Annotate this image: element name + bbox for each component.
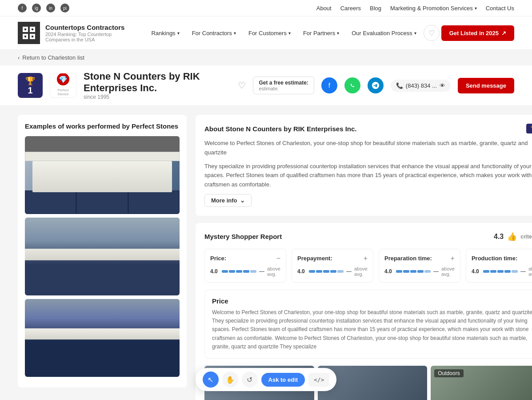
more-info-button[interactable]: More info ⌄ (204, 194, 252, 207)
about-text-1: Welcome to Perfect Stones of Charleston,… (204, 139, 532, 158)
code-button[interactable]: </> (308, 373, 329, 387)
top-nav-blog[interactable]: Blog (370, 5, 381, 12)
production-bar (483, 270, 518, 273)
wishlist-button[interactable]: ♡ (424, 25, 440, 41)
main-content: Examples of works performed by Perfect S… (0, 106, 532, 400)
business-since: since 1995 (84, 94, 231, 100)
ask-to-edit-button[interactable]: Ask to edit (261, 373, 305, 387)
business-header: 🏆 1 💎 Perfect Stones Stone N Counters by… (0, 65, 532, 106)
top-nav-contact[interactable]: Contact Us (486, 5, 514, 12)
preparation-score-label: above avg. (441, 266, 455, 277)
phone-number: (843) 834 ... (406, 82, 437, 89)
preparation-score-bar: 4.0 — above avg. (384, 266, 455, 277)
production-score-label: above avg. (528, 266, 532, 277)
logo-area: Countertops Contractors 2024 Ranking: To… (18, 22, 125, 44)
score-card-prepayment: Prepayment: + 4.0 — above avg (292, 249, 373, 283)
work-image-1 (25, 136, 180, 214)
score-card-price-header: Price: − (210, 255, 280, 263)
left-panel: Examples of works performed by Perfect S… (18, 115, 187, 400)
price-card-icon[interactable]: − (276, 255, 280, 263)
about-header: About Stone N Counters by RIK Enterprise… (204, 124, 532, 133)
outdoors-label: Outdoors (434, 369, 463, 377)
breadcrumb: ‹ Return to Charleston list (0, 50, 532, 65)
nav-rankings[interactable]: Rankings (146, 26, 184, 40)
logo-icon (22, 26, 36, 40)
chevron-down-icon: ⌄ (240, 197, 245, 204)
prepayment-card-icon[interactable]: + (364, 255, 368, 263)
preparation-card-header: Preparation time: + (384, 255, 455, 263)
prepayment-score-bar: 4.0 — above avg. (297, 266, 368, 277)
facebook-social-icon[interactable]: f (18, 4, 27, 12)
production-card-header: Production time: + (472, 255, 532, 263)
top-nav-marketing[interactable]: Marketing & Promotion Services (390, 5, 477, 12)
nav-evaluation[interactable]: Our Evaluation Process (346, 26, 422, 40)
whatsapp-button[interactable] (344, 77, 360, 93)
send-message-button[interactable]: Send message (458, 78, 514, 93)
breadcrumb-label[interactable]: Return to Charleston list (22, 54, 84, 61)
instagram-social-icon[interactable]: ig (32, 4, 41, 12)
mystery-header: Mystery Shopper Report 4.3 👍 criteria: 1… (204, 232, 532, 242)
toolbar: ↖ ✋ ↺ Ask to edit </> (196, 368, 337, 391)
production-score-num: 4.0 (472, 268, 480, 275)
back-arrow-icon: ‹ (18, 54, 20, 61)
production-card-title: Production time: (472, 255, 517, 262)
cursor-tool-button[interactable]: ↖ (203, 372, 219, 388)
svg-rect-7 (32, 36, 33, 37)
score-card-production: Production time: + 4.0 — abov (466, 249, 532, 283)
top-nav-about[interactable]: About (316, 5, 332, 12)
bar-s2 (229, 270, 235, 273)
preparation-bar (396, 270, 431, 273)
rank-number: 1 (28, 86, 32, 95)
nav-customers[interactable]: For Customers (243, 26, 296, 40)
top-bar: f ig in pi About Careers Blog Marketing … (0, 0, 532, 16)
nav-contractors[interactable]: For Contractors (187, 26, 241, 40)
facebook-button[interactable]: f (321, 77, 337, 93)
rotate-tool-button[interactable]: ↺ (242, 372, 258, 388)
work-image-2 (25, 218, 180, 295)
about-rank-badge: 🏆 1 (526, 124, 532, 133)
works-title: Examples of works performed by Perfect S… (25, 122, 180, 131)
pinterest-social-icon[interactable]: pi (60, 4, 69, 12)
business-logo: 💎 Perfect Stones (50, 73, 76, 98)
logo-tagline: 2024 Ranking: Top Countertop Companies i… (45, 32, 125, 42)
about-section: About Stone N Counters by RIK Enterprise… (196, 115, 532, 216)
works-section: Examples of works performed by Perfect S… (18, 115, 187, 388)
criteria-label: criteria: 11 (520, 234, 532, 240)
logo-text: Countertops Contractors 2024 Ranking: To… (45, 24, 125, 42)
phone-icon: 📞 (396, 82, 403, 89)
prepayment-bar (309, 270, 344, 273)
get-listed-button[interactable]: Get Listed in 2025 ↗ (441, 25, 514, 41)
trophy-icon: 🏆 (25, 76, 35, 86)
favorite-button[interactable]: ♡ (238, 80, 246, 91)
preparation-card-title: Preparation time: (384, 255, 432, 262)
bar-s4 (243, 270, 249, 273)
price-score-label: above avg. (267, 266, 280, 277)
prepayment-score-num: 4.0 (297, 268, 306, 275)
price-expanded-text: Welcome to Perfect Stones of Charleston,… (212, 308, 532, 351)
business-name: Stone N Counters by RIK Enterprises Inc. (84, 71, 231, 94)
svg-rect-4 (24, 28, 26, 30)
eye-icon[interactable]: 👁 (440, 82, 445, 89)
estimate-box[interactable]: Get a free estimate: estimate: (253, 77, 314, 94)
bottom-image-outdoors: Outdoors (431, 366, 532, 400)
linkedin-social-icon[interactable]: in (46, 4, 55, 12)
center-panel: About Stone N Counters by RIK Enterprise… (187, 115, 532, 400)
preparation-card-icon[interactable]: + (451, 255, 455, 263)
production-score-bar: 4.0 — above avg. (472, 266, 532, 277)
price-bar (222, 270, 256, 273)
about-title: About Stone N Counters by RIK Enterprise… (204, 125, 357, 133)
phone-box[interactable]: 📞 (843) 834 ... 👁 (391, 80, 451, 92)
header: Countertops Contractors 2024 Ranking: To… (0, 16, 532, 50)
pan-tool-button[interactable]: ✋ (222, 372, 238, 388)
score-card-preparation: Preparation time: + 4.0 — abo (379, 249, 460, 283)
price-card-title: Price: (210, 255, 226, 262)
telegram-button[interactable] (368, 77, 384, 93)
mystery-title: Mystery Shopper Report (204, 233, 282, 240)
social-links: f ig in pi (18, 4, 69, 12)
nav-partners[interactable]: For Partners (298, 26, 344, 40)
prepayment-card-title: Prepayment: (297, 255, 332, 262)
main-nav: Rankings For Contractors For Customers F… (146, 25, 514, 41)
top-nav-careers[interactable]: Careers (340, 5, 361, 12)
mystery-score: 4.3 👍 criteria: 11 (494, 232, 532, 242)
price-score-bar: 4.0 — above avg. (210, 266, 280, 277)
